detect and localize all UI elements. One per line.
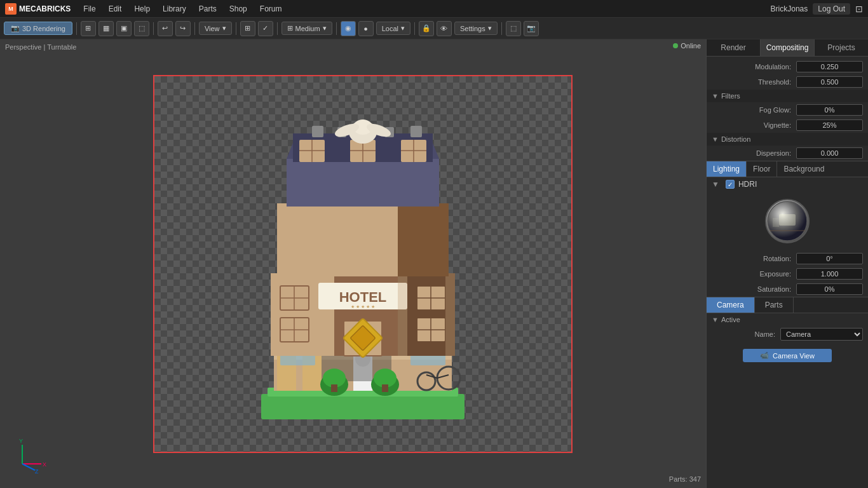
toolbar-separator-8 — [501, 22, 502, 35]
main-area: Perspective | Turntable Online — [0, 39, 868, 488]
vignette-row: Vignette: 25% — [707, 118, 868, 133]
mode-button[interactable]: 📷 3D Rendering — [4, 22, 72, 35]
saturation-value[interactable]: 0% — [796, 283, 863, 295]
hdri-check-icon: ✓ — [728, 181, 733, 188]
exposure-label: Exposure: — [712, 270, 796, 278]
quality-icon: ⊞ — [287, 24, 293, 32]
user-info: BrickJonas Log Out ⊡ — [771, 3, 863, 15]
lock-button[interactable]: 🔒 — [419, 21, 434, 36]
dispersion-value[interactable]: 0.000 — [796, 147, 863, 159]
svg-rect-39 — [287, 159, 439, 207]
tab-render[interactable]: Render — [707, 39, 761, 56]
app-logo: M MECABRICKS — [5, 3, 71, 15]
dispersion-label: Dispersion: — [712, 149, 796, 157]
camera-dropdown[interactable]: Camera — [780, 328, 863, 341]
settings-arrow: ▾ — [488, 24, 492, 32]
menu-shop[interactable]: Shop — [224, 3, 252, 15]
check-toggle[interactable]: ✓ — [258, 21, 273, 36]
online-indicator: Online — [673, 42, 701, 50]
undo-button[interactable]: ↩ — [158, 21, 173, 36]
filters-section-header[interactable]: ▼ Filters — [707, 90, 868, 102]
grid-toggle[interactable]: ⊞ — [240, 21, 255, 36]
threshold-value[interactable]: 0.500 — [796, 76, 863, 88]
camera-view-button[interactable]: 📹 Camera View — [743, 349, 832, 362]
name-label: Name: — [712, 330, 780, 338]
menu-library[interactable]: Library — [158, 3, 191, 15]
tab-projects[interactable]: Projects — [815, 39, 868, 56]
toolbar: 📷 3D Rendering ⊞ ▦ ▣ ⬚ ↩ ↪ View ▾ ⊞ ✓ ⊞ … — [0, 18, 868, 39]
toolbar-separator-7 — [414, 22, 415, 35]
svg-rect-36 — [445, 273, 455, 356]
viewport[interactable]: Perspective | Turntable Online — [0, 39, 706, 488]
toggle-1[interactable]: ◉ — [341, 21, 356, 36]
svg-rect-51 — [312, 126, 323, 137]
filters-label: Filters — [721, 92, 740, 100]
distortion-arrow: ▼ — [712, 135, 719, 143]
saturation-label: Saturation: — [712, 285, 796, 293]
logo-text: MECABRICKS — [19, 4, 71, 13]
icon-btn-4[interactable]: ⬚ — [134, 21, 149, 36]
menu-edit[interactable]: Edit — [104, 3, 127, 15]
vignette-value[interactable]: 25% — [796, 119, 863, 131]
hdri-checkbox[interactable]: ✓ — [726, 180, 735, 189]
menu-file[interactable]: File — [78, 3, 100, 15]
modulation-label: Modulation: — [712, 63, 796, 71]
svg-text:HOTEL: HOTEL — [339, 289, 386, 305]
toggle-2[interactable]: ● — [358, 21, 374, 36]
modulation-value[interactable]: 0.250 — [796, 61, 863, 72]
menubar: M MECABRICKS File Edit Help Library Part… — [0, 0, 868, 18]
camtab-camera[interactable]: Camera — [707, 297, 755, 313]
maximize-button[interactable]: ⊡ — [855, 4, 863, 14]
icon-btn-1[interactable]: ⊞ — [81, 21, 96, 36]
panel-tabs: Render Compositing Projects — [707, 39, 868, 57]
toolbar-separator-4 — [236, 22, 236, 35]
camera-shot-button[interactable]: 📷 — [524, 21, 539, 36]
sub-tabs: Lighting Floor Background — [707, 161, 868, 177]
view-dropdown[interactable]: View ▾ — [199, 22, 232, 35]
logo-icon: M — [5, 3, 17, 15]
active-arrow: ▼ — [712, 316, 719, 323]
camtab-parts[interactable]: Parts — [755, 297, 794, 313]
menu-forum[interactable]: Forum — [255, 3, 287, 15]
hdri-preview-container[interactable] — [707, 191, 868, 251]
visibility-button[interactable]: 👁 — [437, 21, 452, 36]
svg-rect-64 — [382, 384, 388, 392]
fog-glow-value[interactable]: 0% — [796, 104, 863, 116]
subtab-floor[interactable]: Floor — [747, 161, 777, 177]
icon-btn-2[interactable]: ▦ — [98, 21, 114, 36]
menu-help[interactable]: Help — [129, 3, 155, 15]
redo-button[interactable]: ↪ — [175, 21, 191, 36]
rotation-value[interactable]: 0° — [796, 253, 863, 264]
subtab-lighting[interactable]: Lighting — [707, 161, 747, 177]
vignette-label: Vignette: — [712, 121, 796, 129]
camera-name-row: Name: Camera — [707, 326, 868, 342]
svg-rect-61 — [331, 384, 337, 392]
icon-btn-3[interactable]: ▣ — [116, 21, 132, 36]
fog-glow-row: Fog Glow: 0% — [707, 102, 868, 118]
quality-dropdown[interactable]: ⊞ Medium ▾ — [281, 22, 332, 35]
tab-compositing[interactable]: Compositing — [761, 39, 815, 56]
distortion-section-header[interactable]: ▼ Distortion — [707, 133, 868, 146]
toolbar-separator-5 — [277, 22, 278, 35]
dispersion-row: Dispersion: 0.000 — [707, 146, 868, 161]
toolbar-separator-6 — [336, 22, 337, 35]
space-dropdown[interactable]: Local ▾ — [376, 22, 410, 35]
active-section-header[interactable]: ▼ Active — [707, 313, 868, 326]
axes-indicator: X Y Z — [13, 435, 51, 475]
svg-rect-38 — [398, 203, 449, 276]
svg-text:★ ★ ★ ★ ★: ★ ★ ★ ★ ★ — [351, 304, 375, 309]
building-svg: HOTEL ★ ★ ★ ★ ★ — [229, 95, 496, 432]
subtab-background[interactable]: Background — [777, 161, 831, 177]
toolbar-separator-2 — [153, 22, 154, 35]
exposure-value[interactable]: 1.000 — [796, 268, 863, 280]
logout-button[interactable]: Log Out — [813, 3, 850, 15]
filters-arrow: ▼ — [712, 92, 719, 100]
hdri-preview[interactable] — [765, 199, 810, 243]
svg-text:X: X — [43, 461, 46, 468]
settings-dropdown[interactable]: Settings ▾ — [454, 22, 498, 35]
hdri-row: ▼ ✓ HDRI — [707, 177, 868, 191]
cam-parts-tabs: Camera Parts — [707, 297, 868, 313]
screen-button[interactable]: ⬚ — [506, 21, 521, 36]
menu-parts[interactable]: Parts — [194, 3, 222, 15]
svg-rect-54 — [410, 126, 422, 137]
